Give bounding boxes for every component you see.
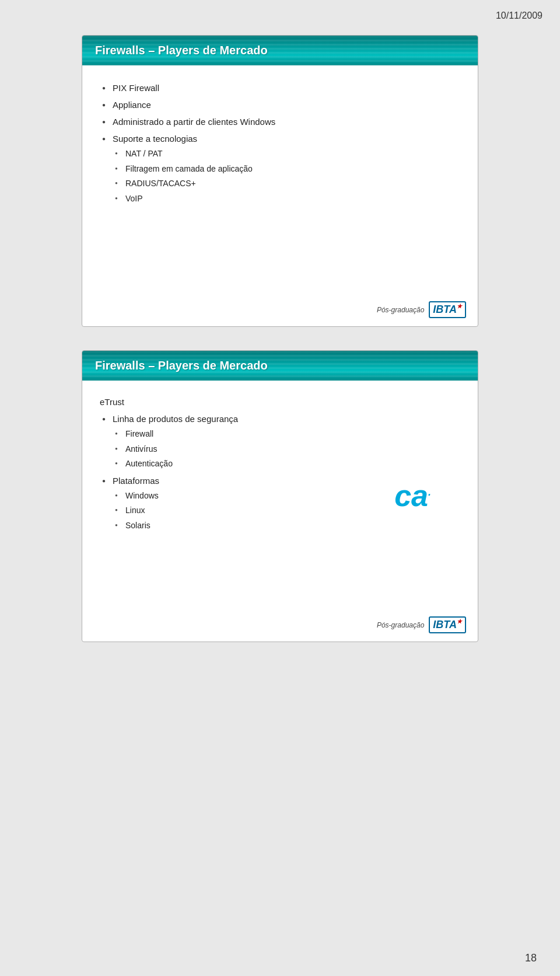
list-item: VoIP — [113, 193, 460, 205]
page-number: 18 — [525, 952, 537, 964]
list-item: Filtragem em camada de aplicação — [113, 163, 460, 175]
ibta-logo: IBTA★ — [429, 616, 466, 633]
etrust-label: eTrust — [100, 397, 460, 407]
list-item: NAT / PAT — [113, 148, 460, 160]
sub-list: NAT / PAT Filtragem em camada de aplicaç… — [113, 148, 460, 204]
slide-2-bullet-list: Linha de produtos de segurança Firewall … — [100, 413, 460, 536]
slide-1-body: PIX Firewall Appliance Administrado a pa… — [82, 65, 478, 295]
slide-2-header: Firewalls – Players de Mercado — [82, 351, 478, 381]
footer-text: Pós-graduação — [377, 621, 424, 629]
list-item: Administrado a partir de clientes Window… — [100, 116, 460, 128]
list-item: Autenticação — [113, 458, 460, 470]
footer-text: Pós-graduação — [377, 306, 424, 314]
list-item: RADIUS/TACACS+ — [113, 178, 460, 190]
slide-1-footer: Pós-graduação IBTA★ — [82, 295, 478, 326]
list-item: Appliance — [100, 99, 460, 111]
slide-2-footer: Pós-graduação IBTA★ — [82, 611, 478, 642]
list-item: Antivírus — [113, 444, 460, 455]
sub-list: Firewall Antivírus Autenticação — [113, 428, 460, 470]
list-item: Linha de produtos de segurança Firewall … — [100, 413, 460, 470]
list-item: Suporte a tecnologias NAT / PAT Filtrage… — [100, 133, 460, 204]
slide-2-body: eTrust Linha de produtos de segurança Fi… — [82, 381, 478, 611]
ca-logo: ca. — [394, 480, 431, 511]
slide-1-header: Firewalls – Players de Mercado — [82, 36, 478, 65]
list-item: Solaris — [113, 520, 460, 532]
slide-1-title: Firewalls – Players de Mercado — [95, 44, 268, 57]
slide-2-title: Firewalls – Players de Mercado — [95, 359, 268, 372]
slide-1-bullet-list: PIX Firewall Appliance Administrado a pa… — [100, 82, 460, 209]
page-date: 10/11/2009 — [496, 11, 542, 21]
ibta-logo: IBTA★ — [429, 301, 466, 318]
list-item: Firewall — [113, 428, 460, 440]
slide-2: Firewalls – Players de Mercado eTrust Li… — [82, 350, 478, 642]
slide-1: Firewalls – Players de Mercado PIX Firew… — [82, 35, 478, 327]
list-item: PIX Firewall — [100, 82, 460, 94]
